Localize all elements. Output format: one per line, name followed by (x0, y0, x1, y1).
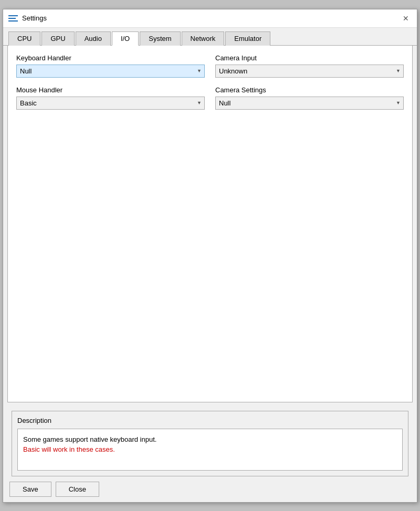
title-bar-left: Settings (8, 14, 47, 22)
app-icon (8, 15, 18, 22)
description-content: Some games support native keyboard input… (17, 429, 403, 471)
mouse-handler-select-wrapper: Basic None (16, 97, 205, 110)
camera-settings-select-wrapper: Null None (215, 97, 404, 110)
camera-input-group: Camera Input Unknown None (215, 54, 404, 78)
description-line2: Basic will work in these cases. (23, 445, 115, 453)
settings-window: Settings ✕ CPU GPU Audio I/O System Netw… (3, 9, 417, 503)
mouse-handler-select[interactable]: Basic None (16, 97, 205, 110)
keyboard-handler-label: Keyboard Handler (16, 54, 205, 62)
tab-system[interactable]: System (140, 31, 180, 46)
mouse-handler-group: Mouse Handler Basic None (16, 86, 205, 110)
tab-bar: CPU GPU Audio I/O System Network Emulato… (3, 28, 417, 46)
description-section: Description Some games support native ke… (7, 411, 413, 476)
close-button[interactable]: Close (56, 482, 99, 497)
description-line1: Some games support native keyboard input… (23, 435, 156, 443)
camera-input-select-wrapper: Unknown None (215, 65, 404, 78)
tab-cpu[interactable]: CPU (8, 31, 40, 46)
tab-network[interactable]: Network (182, 31, 225, 46)
tab-io[interactable]: I/O (112, 31, 139, 46)
io-settings-panel: Keyboard Handler Null Basic Camera Input… (7, 46, 413, 402)
camera-input-label: Camera Input (215, 54, 404, 62)
title-bar: Settings ✕ (3, 9, 417, 28)
mouse-handler-label: Mouse Handler (16, 86, 205, 94)
description-label: Description (17, 417, 403, 424)
camera-settings-group: Camera Settings Null None (215, 86, 404, 110)
keyboard-handler-group: Keyboard Handler Null Basic (16, 54, 205, 78)
close-window-button[interactable]: ✕ (400, 13, 412, 24)
tab-audio[interactable]: Audio (76, 31, 111, 46)
settings-grid: Keyboard Handler Null Basic Camera Input… (16, 54, 404, 118)
camera-settings-select[interactable]: Null None (215, 97, 404, 110)
footer-bar: Save Close (3, 476, 417, 502)
save-button[interactable]: Save (9, 482, 51, 497)
keyboard-handler-select[interactable]: Null Basic (16, 65, 205, 78)
tab-emulator[interactable]: Emulator (225, 31, 270, 46)
camera-settings-label: Camera Settings (215, 86, 404, 94)
keyboard-handler-select-wrapper: Null Basic (16, 65, 205, 78)
window-title: Settings (22, 14, 47, 22)
tab-gpu[interactable]: GPU (41, 31, 74, 46)
camera-input-select[interactable]: Unknown None (215, 65, 404, 78)
description-box-container: Description Some games support native ke… (12, 411, 408, 476)
